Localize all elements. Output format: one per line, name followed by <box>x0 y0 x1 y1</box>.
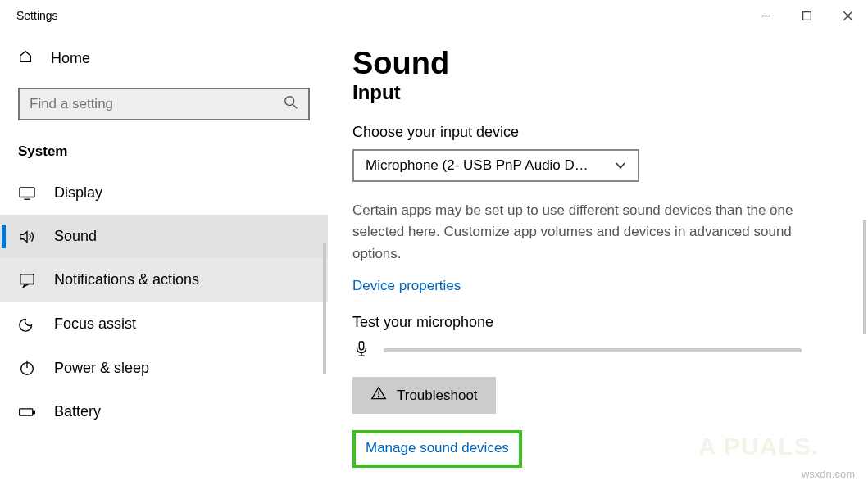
watermark-site: wsxdn.com <box>802 468 855 480</box>
mic-level-bar <box>384 348 802 352</box>
sidebar-item-label: Power & sleep <box>54 360 149 377</box>
sound-icon <box>18 229 36 245</box>
input-device-value: Microphone (2- USB PnP Audio D… <box>366 157 589 174</box>
focus-assist-icon <box>18 315 36 333</box>
power-icon <box>18 359 36 377</box>
svg-rect-12 <box>34 411 35 413</box>
sidebar-scrollbar[interactable] <box>323 243 326 374</box>
section-heading-input: Input <box>352 81 835 104</box>
content-scrollbar[interactable] <box>863 220 866 334</box>
sidebar-item-label: Display <box>54 184 102 202</box>
sidebar: Home System Display Sound Notifications … <box>0 31 328 490</box>
svg-point-4 <box>285 97 294 106</box>
sidebar-item-focus-assist[interactable]: Focus assist <box>0 302 328 346</box>
warning-icon <box>370 385 387 406</box>
sidebar-item-battery[interactable]: Battery <box>0 390 328 433</box>
troubleshoot-label: Troubleshoot <box>397 388 478 404</box>
manage-sound-devices-link[interactable]: Manage sound devices <box>352 430 522 468</box>
sidebar-item-notifications[interactable]: Notifications & actions <box>0 258 328 302</box>
sidebar-item-label: Battery <box>54 403 101 420</box>
sidebar-item-label: Sound <box>54 228 97 245</box>
minimize-button[interactable] <box>745 0 786 31</box>
sidebar-item-label: Focus assist <box>54 315 136 333</box>
test-mic-label: Test your microphone <box>352 314 835 331</box>
section-label-system: System <box>0 135 328 171</box>
help-text: Certain apps may be set up to use differ… <box>352 200 811 265</box>
notifications-icon <box>18 272 36 288</box>
sidebar-item-sound[interactable]: Sound <box>0 215 328 258</box>
home-icon <box>18 49 33 68</box>
search-icon <box>284 95 298 113</box>
display-icon <box>18 186 36 201</box>
svg-rect-11 <box>20 408 33 415</box>
svg-rect-1 <box>802 11 811 20</box>
microphone-icon <box>352 339 370 361</box>
chevron-down-icon <box>615 157 626 174</box>
titlebar: Settings <box>0 0 868 31</box>
device-properties-link[interactable]: Device properties <box>352 278 461 294</box>
svg-rect-6 <box>20 187 34 197</box>
search-input[interactable] <box>30 96 284 112</box>
close-button[interactable] <box>827 0 868 31</box>
maximize-button[interactable] <box>786 0 827 31</box>
home-label: Home <box>51 50 90 67</box>
sidebar-item-power-sleep[interactable]: Power & sleep <box>0 346 328 390</box>
svg-point-17 <box>378 397 379 397</box>
svg-line-5 <box>293 105 298 109</box>
input-device-label: Choose your input device <box>352 124 835 141</box>
battery-icon <box>18 406 36 419</box>
page-title: Sound <box>352 46 835 81</box>
svg-rect-8 <box>20 274 34 284</box>
svg-rect-13 <box>359 342 364 350</box>
sidebar-item-label: Notifications & actions <box>54 271 199 288</box>
nav-list: Display Sound Notifications & actions Fo… <box>0 171 328 433</box>
window-controls <box>745 0 868 31</box>
sidebar-item-display[interactable]: Display <box>0 171 328 215</box>
mic-level-row <box>352 339 835 361</box>
window-title: Settings <box>16 9 58 22</box>
content-area: Sound Input Choose your input device Mic… <box>328 31 868 490</box>
search-box[interactable] <box>18 88 310 120</box>
input-device-dropdown[interactable]: Microphone (2- USB PnP Audio D… <box>352 149 639 182</box>
troubleshoot-button[interactable]: Troubleshoot <box>352 377 496 414</box>
home-button[interactable]: Home <box>0 38 328 79</box>
